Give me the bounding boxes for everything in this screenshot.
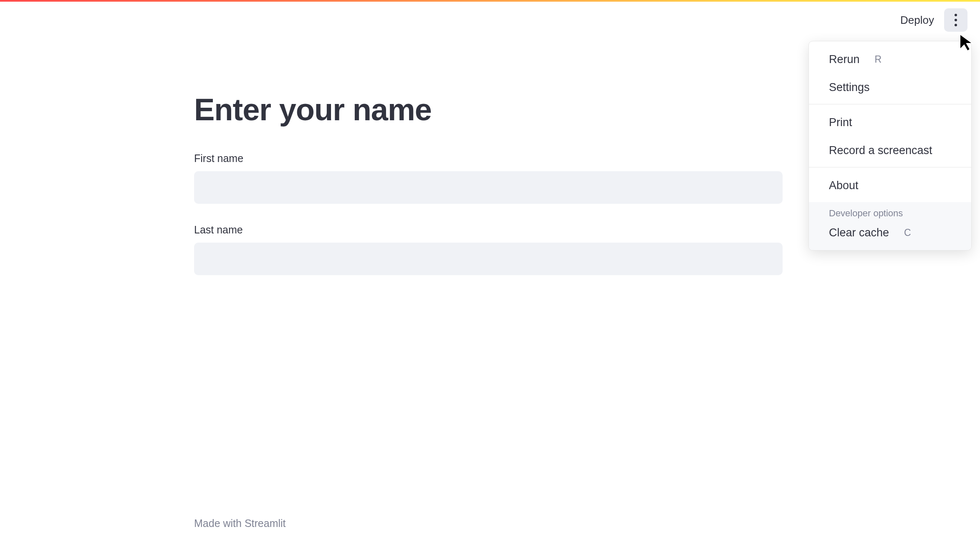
- menu-item-record-label: Record a screencast: [829, 144, 932, 157]
- menu-item-settings[interactable]: Settings: [809, 73, 971, 104]
- menu-item-rerun-label: Rerun: [829, 53, 860, 66]
- menu-item-record[interactable]: Record a screencast: [809, 137, 971, 167]
- page-title: Enter your name: [194, 92, 783, 127]
- last-name-input[interactable]: [194, 243, 783, 275]
- menu-shortcut-clear-cache: C: [904, 227, 911, 238]
- deploy-button[interactable]: Deploy: [900, 14, 934, 27]
- menu-item-print[interactable]: Print: [809, 104, 971, 137]
- menu-item-about[interactable]: About: [809, 167, 971, 202]
- main-content: Enter your name First name Last name: [194, 92, 783, 295]
- menu-item-clear-cache[interactable]: Clear cache C: [809, 221, 971, 247]
- top-gradient-bar: [0, 0, 980, 2]
- toolbar: Deploy: [900, 8, 967, 32]
- last-name-label: Last name: [194, 224, 783, 236]
- first-name-group: First name: [194, 152, 783, 204]
- menu-item-clear-cache-label: Clear cache: [829, 226, 889, 239]
- developer-options-section: Developer options Clear cache C: [809, 202, 971, 250]
- first-name-input[interactable]: [194, 171, 783, 204]
- more-vertical-icon: [955, 14, 957, 26]
- developer-options-header: Developer options: [809, 202, 971, 221]
- footer-prefix: Made with: [194, 517, 245, 529]
- menu-shortcut-rerun: R: [875, 54, 882, 65]
- menu-item-print-label: Print: [829, 116, 852, 129]
- last-name-group: Last name: [194, 224, 783, 275]
- main-menu-dropdown: Rerun R Settings Print Record a screenca…: [808, 41, 972, 251]
- main-menu-button[interactable]: [944, 8, 967, 32]
- menu-item-settings-label: Settings: [829, 81, 870, 94]
- menu-item-about-label: About: [829, 179, 859, 192]
- first-name-label: First name: [194, 152, 783, 165]
- menu-item-rerun[interactable]: Rerun R: [809, 41, 971, 73]
- footer: Made with Streamlit: [194, 517, 286, 529]
- streamlit-link[interactable]: Streamlit: [245, 517, 286, 529]
